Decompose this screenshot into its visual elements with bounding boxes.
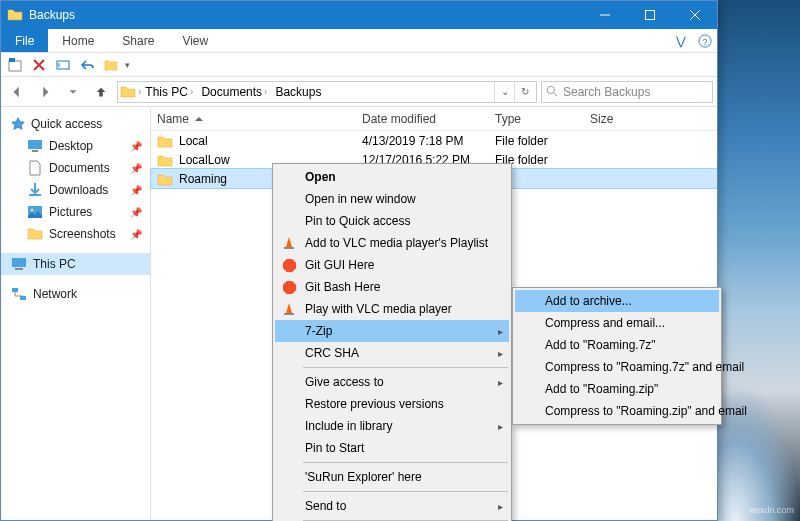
submenu-compress-zip-email[interactable]: Compress to "Roaming.zip" and email (515, 400, 719, 422)
sidebar-item-pictures[interactable]: Pictures📌 (1, 201, 150, 223)
sidebar-item-documents[interactable]: Documents📌 (1, 157, 150, 179)
crumb-backups[interactable]: Backups (271, 82, 325, 102)
chevron-right-icon: ▸ (498, 501, 503, 512)
close-button[interactable] (672, 1, 717, 29)
minimize-button[interactable] (582, 1, 627, 29)
tab-home[interactable]: Home (48, 29, 108, 52)
menu-git-gui[interactable]: Git GUI Here (275, 254, 509, 276)
column-type[interactable]: Type (489, 112, 584, 126)
qat-new-folder-icon[interactable] (101, 55, 121, 75)
pin-icon: 📌 (130, 207, 142, 218)
column-date[interactable]: Date modified (356, 112, 489, 126)
recent-dropdown[interactable] (61, 80, 85, 104)
chevron-right-icon: ▸ (498, 377, 503, 388)
crumb-this-pc[interactable]: This PC› (141, 82, 197, 102)
back-button[interactable] (5, 80, 29, 104)
git-icon (281, 279, 297, 295)
pin-icon: 📌 (130, 141, 142, 152)
svg-rect-8 (32, 150, 38, 152)
qat-properties-icon[interactable] (5, 55, 25, 75)
svg-rect-18 (284, 313, 294, 315)
context-submenu-7zip: Add to archive... Compress and email... … (512, 287, 722, 425)
menu-send-to[interactable]: Send to▸ (275, 495, 509, 517)
up-button[interactable] (89, 80, 113, 104)
menu-crc-sha[interactable]: CRC SHA▸ (275, 342, 509, 364)
git-icon (281, 257, 297, 273)
window-title: Backups (29, 8, 582, 22)
submenu-compress-7z-email[interactable]: Compress to "Roaming.7z" and email (515, 356, 719, 378)
menu-restore-previous[interactable]: Restore previous versions (275, 393, 509, 415)
address-bar: › This PC› Documents› Backups ⌄ ↻ Search… (1, 77, 717, 107)
chevron-right-icon: ▸ (498, 326, 503, 337)
column-name[interactable]: Name (151, 112, 356, 126)
search-icon (546, 85, 559, 98)
desktop-icon (27, 138, 43, 154)
qat-delete-icon[interactable] (29, 55, 49, 75)
column-headers: Name Date modified Type Size (151, 107, 717, 131)
menu-vlc-playlist[interactable]: Add to VLC media player's Playlist (275, 232, 509, 254)
maximize-button[interactable] (627, 1, 672, 29)
svg-rect-17 (283, 281, 296, 294)
menu-pin-quick-access[interactable]: Pin to Quick access (275, 210, 509, 232)
svg-rect-4 (9, 58, 15, 62)
table-row[interactable]: Local 4/13/2019 7:18 PM File folder (151, 131, 717, 150)
submenu-add-zip[interactable]: Add to "Roaming.zip" (515, 378, 719, 400)
menu-git-bash[interactable]: Git Bash Here (275, 276, 509, 298)
svg-rect-11 (12, 258, 26, 267)
quick-access-header[interactable]: Quick access (1, 113, 150, 135)
sidebar-item-network[interactable]: Network (1, 283, 150, 305)
vlc-icon (281, 301, 297, 317)
column-size[interactable]: Size (584, 112, 664, 126)
help-icon[interactable]: ? (693, 34, 717, 48)
forward-button[interactable] (33, 80, 57, 104)
menu-open[interactable]: Open (275, 166, 509, 188)
menu-7zip[interactable]: 7-Zip▸ (275, 320, 509, 342)
network-icon (11, 286, 27, 302)
sidebar-item-this-pc[interactable]: This PC (1, 253, 150, 275)
crumb-documents[interactable]: Documents› (197, 82, 271, 102)
quick-access-toolbar: ▾ (1, 53, 717, 77)
sidebar-item-desktop[interactable]: Desktop📌 (1, 135, 150, 157)
menu-pin-start[interactable]: Pin to Start (275, 437, 509, 459)
folder-icon (157, 134, 173, 148)
refresh-button[interactable]: ↻ (514, 82, 534, 102)
menu-separator (303, 491, 508, 492)
sidebar-item-downloads[interactable]: Downloads📌 (1, 179, 150, 201)
folder-icon (157, 153, 173, 167)
menu-open-new-window[interactable]: Open in new window (275, 188, 509, 210)
desktop-background (718, 0, 800, 521)
pc-icon (11, 256, 27, 272)
tab-share[interactable]: Share (108, 29, 168, 52)
file-tab[interactable]: File (1, 29, 48, 52)
svg-rect-16 (283, 259, 296, 272)
chevron-right-icon: ▸ (498, 348, 503, 359)
vlc-icon (281, 235, 297, 251)
qat-rename-icon[interactable] (53, 55, 73, 75)
svg-rect-15 (284, 247, 294, 249)
svg-rect-3 (9, 61, 21, 71)
menu-include-library[interactable]: Include in library▸ (275, 415, 509, 437)
context-menu: Open Open in new window Pin to Quick acc… (272, 163, 512, 521)
qat-undo-icon[interactable] (77, 55, 97, 75)
ribbon-expand-icon[interactable]: ⋁ (669, 34, 693, 48)
pin-icon: 📌 (130, 185, 142, 196)
breadcrumb[interactable]: › This PC› Documents› Backups ⌄ ↻ (117, 81, 537, 103)
svg-point-10 (31, 209, 34, 212)
search-placeholder: Search Backups (563, 85, 650, 99)
tab-view[interactable]: View (168, 29, 222, 52)
submenu-add-7z[interactable]: Add to "Roaming.7z" (515, 334, 719, 356)
menu-surun[interactable]: 'SuRun Explorer' here (275, 466, 509, 488)
titlebar[interactable]: Backups (1, 1, 717, 29)
folder-icon (120, 84, 136, 100)
search-input[interactable]: Search Backups (541, 81, 713, 103)
breadcrumb-dropdown[interactable]: ⌄ (494, 82, 514, 102)
submenu-add-archive[interactable]: Add to archive... (515, 290, 719, 312)
menu-vlc-play[interactable]: Play with VLC media player (275, 298, 509, 320)
submenu-compress-email[interactable]: Compress and email... (515, 312, 719, 334)
sidebar-item-screenshots[interactable]: Screenshots📌 (1, 223, 150, 245)
watermark: wsxdn.com (749, 505, 794, 515)
menu-give-access[interactable]: Give access to▸ (275, 371, 509, 393)
folder-icon (157, 172, 173, 186)
documents-icon (27, 160, 43, 176)
qat-customize-dropdown[interactable]: ▾ (125, 60, 130, 70)
